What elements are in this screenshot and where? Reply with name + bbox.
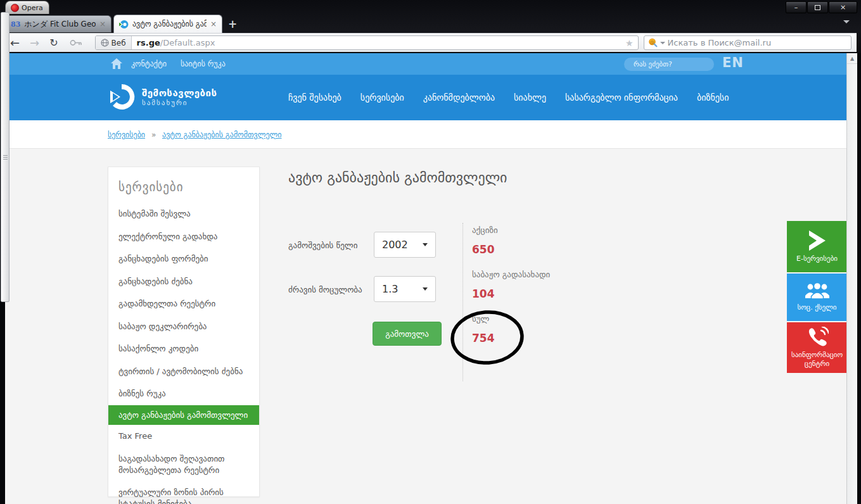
web-page: კონტაქტი საიტის რუკა EN შემოსავლების სამ…	[5, 53, 846, 504]
sidebar-item-customs-declaration[interactable]: საბაჟო დეკლარირება	[108, 315, 259, 338]
opera-menu-label: Opera	[22, 4, 43, 12]
browser-toolbar: ← → ↻ Веб rs.ge/Default.aspx ★ @	[5, 33, 857, 52]
sidebar-item-tax-benefit-registry[interactable]: საგადასახადო შეღავათით მოსარგებლეთა რეეს…	[108, 448, 259, 481]
url-path: /Default.aspx	[160, 38, 215, 47]
revenue-service-logo-icon	[108, 83, 136, 111]
engine-select-value: 1.3	[382, 283, 398, 295]
sidebar-item-application-forms[interactable]: განცხადების ფორმები	[108, 248, 259, 270]
browser-search-input[interactable]	[668, 38, 847, 47]
maximize-icon	[815, 5, 820, 10]
sidebar-item-auto-calculator[interactable]: ავტო განბაჟების გამომთვლელი	[108, 405, 259, 425]
tab-close-icon[interactable]: ×	[99, 20, 106, 28]
sidebar-title: სერვისები	[108, 180, 259, 194]
maximize-button[interactable]	[807, 1, 828, 13]
breadcrumb-current-link[interactable]: ავტო განბაჟების გამომთვლელი	[162, 130, 281, 139]
results-panel: აქციზი 650 საბაჟო გადასახადი 104 სულ 754	[472, 225, 611, 358]
badge-label: Веб	[112, 39, 126, 47]
excise-label: აქციზი	[472, 225, 611, 235]
opera-menu-button[interactable]: Opera	[5, 1, 49, 14]
page-title: ავტო განბაჟების გამომთვლელი	[288, 170, 507, 186]
minimize-button[interactable]: –	[786, 1, 807, 13]
phone-icon	[806, 327, 829, 347]
utility-link-contact[interactable]: კონტაქტი	[131, 60, 167, 68]
rs-logo-icon	[119, 20, 129, 29]
sidebar-item-taxpayer-registry[interactable]: გადამხდელთა რეესტრი	[108, 293, 259, 315]
url-domain: rs.ge	[137, 38, 160, 47]
bookmark-star-icon[interactable]: ★	[625, 38, 634, 48]
year-field-label: გამოშვების წელი	[288, 241, 357, 250]
results-divider	[462, 223, 463, 381]
logo-text: შემოსავლების სამსახური	[142, 87, 217, 107]
browser-search-box[interactable]: @	[644, 35, 851, 50]
social-network-button[interactable]: სოც. ქსელი	[787, 274, 846, 321]
tab-title: ავტო განბაჟების გამ...	[132, 20, 207, 28]
scrollbar-thumb[interactable]	[1, 12, 10, 302]
nav-business[interactable]: ბიზნესი	[697, 92, 729, 103]
nav-news[interactable]: სიახლე	[514, 92, 546, 103]
breadcrumb-separator: »	[151, 130, 156, 139]
site-search-input[interactable]	[634, 60, 725, 68]
sidebar-item-virtual-zone-status[interactable]: ვირტუალური ზონის პირის სტატუსის მინიჭება	[108, 481, 259, 504]
search-engine-chevron-icon[interactable]	[660, 42, 665, 44]
new-tab-button[interactable]: +	[228, 18, 237, 30]
tab-honda-fit-club[interactable]: 83 ホンダ Fit Club Georgia... ×	[5, 15, 112, 32]
sidebar-item-login[interactable]: სისტემაში შესვლა	[108, 203, 259, 225]
site-badge[interactable]: Веб	[96, 36, 132, 49]
eservices-button[interactable]: E-სერვისები	[787, 221, 846, 272]
chevron-down-icon	[423, 287, 428, 291]
nav-legislation[interactable]: კანონმდებლობა	[423, 92, 495, 103]
utility-link-sitemap[interactable]: საიტის რუკა	[181, 60, 226, 68]
sidebar-item-epayment[interactable]: ელექტრონული გადახდა	[108, 225, 259, 248]
main-nav: შემოსავლების სამსახური ჩვენ შესახებ სერვ…	[5, 75, 846, 120]
chevron-down-icon	[423, 243, 428, 246]
sidebar-item-cargo-car-search[interactable]: ტვირთის / ავტომობილის ძებნა	[108, 360, 259, 383]
nav-services[interactable]: სერვისები	[360, 92, 404, 103]
tab-auto-calculator[interactable]: ავტო განბაჟების გამ... ×	[113, 15, 222, 33]
breadcrumb: სერვისები » ავტო განბაჟების გამომთვლელი	[108, 130, 282, 139]
reload-button[interactable]: ↻	[49, 38, 58, 48]
sidebar-item-tax-free[interactable]: Tax Free	[108, 425, 259, 448]
url-text[interactable]: rs.ge/Default.aspx	[137, 38, 625, 47]
mailru-search-icon: @	[648, 38, 658, 47]
breadcrumb-band: სერვისები » ავტო განბაჟების გამომთვლელი	[5, 120, 846, 149]
calculate-button[interactable]: გამოთვლა	[373, 322, 442, 346]
year-select[interactable]: 2002	[374, 232, 436, 258]
home-icon[interactable]	[111, 58, 122, 69]
sidebar-item-commodity-codes[interactable]: სასაქონლო კოდები	[108, 337, 259, 360]
breadcrumb-services-link[interactable]: სერვისები	[108, 130, 145, 139]
info-center-button[interactable]: საინფორმაციო ცენტრი	[787, 322, 846, 373]
sidebar-item-application-search[interactable]: განცხადების ძებნა	[108, 270, 259, 293]
scrollbar-grip	[3, 155, 8, 160]
tab-list-chevron-icon[interactable]	[843, 20, 850, 23]
globe-icon	[101, 39, 109, 47]
scrollbar-up-icon[interactable]: ▲	[847, 53, 857, 64]
nav-useful-info[interactable]: სასარგებლო ინფორმაცია	[565, 92, 678, 103]
site-logo[interactable]: შემოსავლების სამსახური	[108, 83, 217, 111]
address-bar[interactable]: Веб rs.ge/Default.aspx ★	[95, 35, 639, 50]
users-icon	[805, 283, 830, 299]
opera-logo-icon	[11, 4, 19, 12]
browser-scrollbar[interactable]: ▲	[846, 53, 857, 504]
eservices-label: E-სერვისები	[794, 255, 840, 263]
honda-club-icon: 83	[11, 20, 20, 28]
customs-tax-label: საბაჟო გადასახადი	[472, 270, 611, 279]
tab-close-icon[interactable]: ×	[210, 20, 217, 28]
forward-button[interactable]: →	[30, 37, 39, 49]
play-icon	[807, 230, 828, 251]
engine-select[interactable]: 1.3	[374, 276, 436, 302]
info-center-label: საინფორმაციო ცენტრი	[787, 351, 846, 369]
sidebar-item-business-map[interactable]: ბიზნეს რუკა	[108, 382, 259, 405]
key-icon[interactable]	[70, 39, 82, 46]
engine-field-label: ძრავის მოცულობა	[288, 285, 362, 294]
total-value: 754	[472, 332, 611, 344]
site-search-box[interactable]	[624, 58, 714, 71]
nav-about[interactable]: ჩვენ შესახებ	[288, 92, 341, 103]
close-button[interactable]: ×	[829, 1, 857, 13]
logo-line1: შემოსავლების	[142, 87, 217, 99]
language-toggle[interactable]: EN	[722, 55, 744, 70]
total-label: სულ	[472, 314, 611, 324]
excise-value: 650	[472, 243, 611, 256]
back-button[interactable]: ←	[10, 37, 20, 49]
nav-links: ჩვენ შესახებ სერვისები კანონმდებლობა სია…	[288, 75, 729, 120]
services-sidebar: სერვისები სისტემაში შესვლა ელექტრონული გ…	[108, 167, 260, 497]
